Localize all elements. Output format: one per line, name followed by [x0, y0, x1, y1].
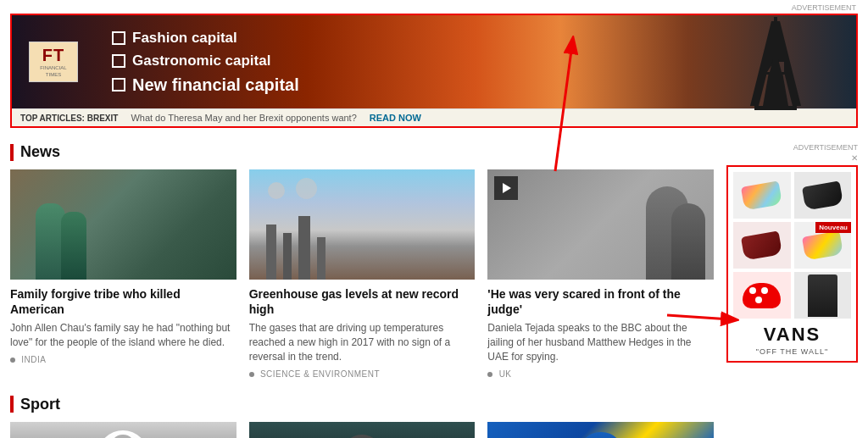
news-article-3-tag: UK — [487, 369, 714, 379]
news-section-bar — [10, 144, 14, 161]
svg-rect-4 — [768, 47, 783, 49]
top-ad-label: ADVERTISEMENT — [0, 0, 868, 12]
ft-banner-bottom: TOP ARTICLES: BREXIT What do Theresa May… — [12, 108, 856, 126]
banner-bottom-left: TOP ARTICLES: BREXIT — [20, 114, 118, 123]
news-section-header: News — [10, 143, 714, 161]
checkbox-item-3: New financial capital — [112, 75, 299, 95]
svg-rect-7 — [774, 17, 777, 24]
video-play-button[interactable] — [494, 176, 518, 200]
svg-rect-1 — [754, 106, 797, 110]
news-article-2-tag: SCIENCE & ENVIRONMENT — [249, 369, 476, 379]
vans-tagline: "OFF THE WALL" — [733, 347, 851, 356]
sport-article-3-image — [487, 422, 714, 438]
news-article-2[interactable]: Greenhouse gas levels at new record high… — [249, 169, 476, 379]
vans-item-4: Nouveau — [794, 222, 852, 269]
news-article-1-title: Family forgive tribe who killed American — [10, 286, 236, 317]
news-article-1-image — [10, 169, 236, 280]
sport-article-2[interactable]: 'I came from Planet Zlatan' Fresh from h… — [249, 422, 476, 438]
ft-logo: FT FINANCIALTIMES — [29, 42, 78, 81]
news-article-3-title: 'He was very scared in front of the judg… — [487, 286, 714, 317]
vans-item-3 — [733, 222, 791, 269]
checkbox-item-1: Fashion capital — [112, 30, 299, 47]
vans-item-1 — [733, 172, 791, 219]
ft-banner-bg: FT FINANCIALTIMES Fashion capital Gastro… — [12, 15, 856, 108]
news-article-3-image — [487, 169, 714, 280]
sport-section-header: Sport — [10, 396, 714, 413]
news-article-3-excerpt: Daniela Tejada speaks to the BBC about t… — [487, 321, 714, 363]
sport-section-bar — [10, 396, 14, 413]
nouveau-badge: Nouveau — [815, 222, 851, 233]
sport-section: Sport Kubica to race for Williams in 201… — [10, 396, 714, 438]
checkbox-item-2: Gastronomic capital — [112, 53, 299, 69]
top-ad-banner[interactable]: FT FINANCIALTIMES Fashion capital Gastro… — [10, 14, 858, 128]
top-ad-wrapper: ADVERTISEMENT FT FINANCIALTIMES Fashion … — [0, 0, 868, 128]
vans-item-2 — [794, 172, 852, 219]
right-ad-container: ADVERTISEMENT ✕ No — [726, 143, 858, 438]
news-article-1[interactable]: Family forgive tribe who killed American… — [10, 169, 236, 379]
sport-article-3[interactable]: Drogba confirms retirement from playing — [487, 422, 714, 438]
news-article-2-image — [249, 169, 476, 280]
news-article-3[interactable]: 'He was very scared in front of the judg… — [487, 169, 714, 379]
ft-checkboxes: Fashion capital Gastronomic capital New … — [112, 30, 299, 95]
right-ad-close[interactable]: ✕ — [726, 153, 858, 163]
vans-brand-logo: VANS — [733, 324, 851, 346]
news-article-2-excerpt: The gases that are driving up temperatur… — [249, 321, 476, 363]
sport-article-1-image — [10, 422, 236, 438]
vans-item-5 — [733, 272, 791, 319]
sport-section-title: Sport — [20, 396, 60, 413]
sport-article-1[interactable]: Kubica to race for Williams in 2019 — [10, 422, 236, 438]
sport-grid: Kubica to race for Williams in 2019 'I c… — [10, 422, 714, 438]
news-section: News Family forgive tribe who killed Ame… — [10, 143, 714, 379]
content-area: News Family forgive tribe who killed Ame… — [10, 136, 714, 438]
vans-shoes-grid: Nouveau — [733, 172, 851, 319]
sport-article-2-image — [249, 422, 476, 438]
news-grid: Family forgive tribe who killed American… — [10, 169, 714, 379]
vans-ad[interactable]: Nouveau — [726, 165, 858, 363]
right-ad-label: ADVERTISEMENT — [726, 143, 858, 152]
banner-bottom-text: What do Theresa May and her Brexit oppon… — [131, 113, 356, 123]
eiffel-tower-icon — [737, 17, 814, 108]
vans-item-6 — [794, 272, 852, 319]
svg-marker-6 — [763, 72, 788, 106]
news-section-title: News — [20, 143, 60, 161]
news-article-2-title: Greenhouse gas levels at new record high — [249, 286, 476, 317]
banner-read-now-link[interactable]: READ NOW — [370, 113, 421, 123]
news-article-1-excerpt: John Allen Chau's family say he had "not… — [10, 321, 236, 350]
news-article-1-tag: INDIA — [10, 355, 236, 364]
